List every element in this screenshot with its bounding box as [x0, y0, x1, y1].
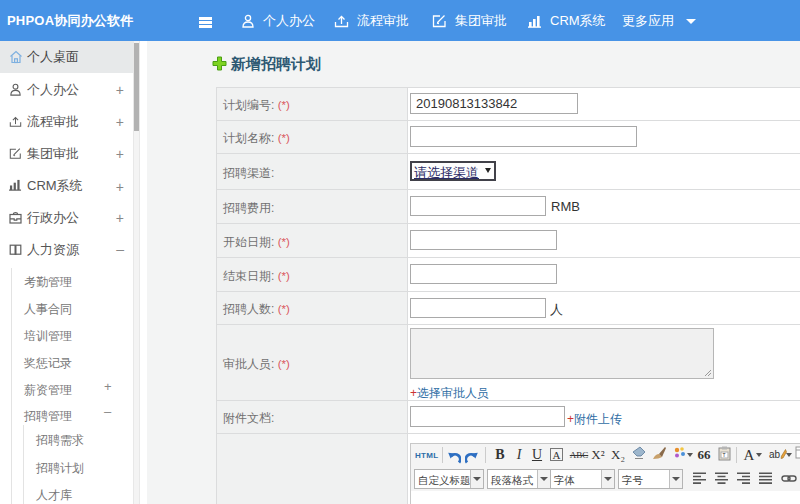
svg-text:T: T [722, 452, 725, 458]
